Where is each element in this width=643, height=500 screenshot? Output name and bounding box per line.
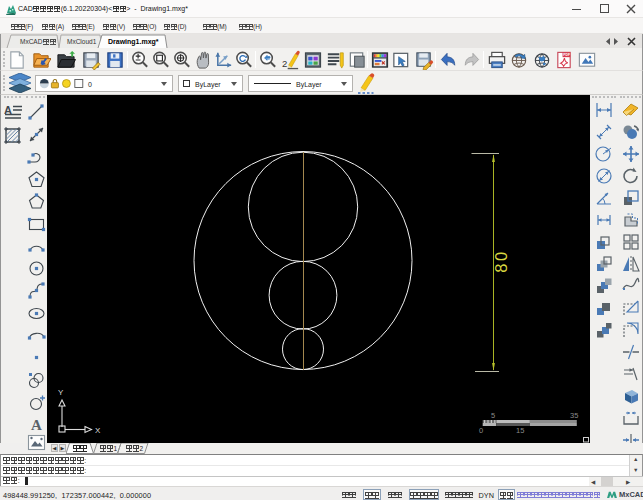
svg-text:PDF: PDF [563,53,570,57]
svg-text:Y: Y [58,388,64,397]
svg-text:35: 35 [570,411,578,420]
svg-text:0: 0 [479,426,483,435]
svg-text:5: 5 [491,411,495,420]
svg-text:A: A [31,417,42,433]
svg-text:15: 15 [516,426,524,435]
svg-text:80: 80 [492,249,510,272]
svg-text:X: X [95,426,101,435]
svg-text:2: 2 [282,58,287,69]
